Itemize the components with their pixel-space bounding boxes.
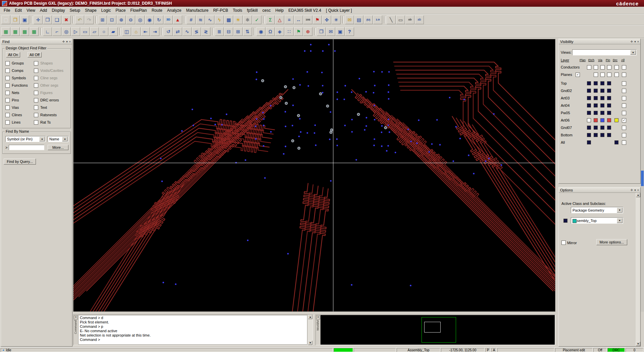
status-flag-icon[interactable]: ⚑ (294, 27, 303, 36)
right-scrollbar-thumb[interactable] (641, 171, 644, 186)
shape-poly-icon[interactable]: ▱ (90, 27, 99, 36)
shape-void-icon[interactable]: ▰ (109, 27, 118, 36)
menu-item[interactable]: fpSkill (245, 7, 260, 13)
text-strike-icon[interactable]: ab (405, 15, 414, 24)
subclass-color-swatch[interactable] (563, 219, 567, 223)
pin-icon[interactable]: ✛ (62, 40, 65, 43)
find-filter-checkbox[interactable] (34, 76, 38, 80)
visibility-column-header[interactable]: Pin (606, 58, 610, 62)
frame-icon[interactable]: ▣ (336, 27, 345, 36)
find-name-input[interactable] (9, 145, 44, 150)
chevron-down-icon[interactable]: ▼ (617, 208, 623, 213)
zoom-world-icon[interactable]: ◎ (136, 15, 145, 24)
world-close-icon[interactable]: x (316, 315, 320, 319)
subclass-dropdown[interactable]: Assembly_Top ▼ (571, 217, 623, 224)
conductors-checkbox[interactable] (614, 65, 619, 70)
scroll-down-icon[interactable]: ▼ (636, 342, 640, 346)
world-view-map[interactable] (320, 315, 555, 345)
undo-icon[interactable]: ↶ (75, 15, 84, 24)
via-icon[interactable]: ◈ (275, 27, 284, 36)
more-button[interactable]: More... (48, 145, 68, 150)
rats-all-icon[interactable]: ∿ (205, 15, 214, 24)
layer-swatch[interactable] (600, 89, 604, 93)
planes-checkbox[interactable] (600, 73, 605, 77)
paste-icon[interactable]: ❑ (52, 15, 61, 24)
open-drawing-icon[interactable]: ❐ (11, 15, 20, 24)
collapse-icon[interactable]: ▾ (634, 188, 636, 192)
delete-icon[interactable]: ✖ (62, 15, 71, 24)
line-tool-icon[interactable]: ╲ (387, 15, 396, 24)
menu-item[interactable]: View (24, 7, 38, 13)
planes-checkbox[interactable] (622, 73, 626, 77)
all-off-button[interactable]: All Off (28, 52, 42, 57)
pin-icon[interactable]: ✛ (631, 188, 633, 192)
layer-bottom-visible-icon[interactable]: ▦ (11, 27, 20, 36)
layer-visibility-checkbox[interactable] (622, 89, 626, 93)
collapse-icon[interactable]: ▾ (634, 40, 636, 43)
close-icon[interactable]: × (637, 188, 639, 192)
layer-swatch[interactable] (600, 118, 604, 122)
menu-item[interactable]: Display (49, 7, 67, 13)
chevron-down-icon[interactable]: ▼ (630, 50, 636, 55)
windows-icon[interactable]: ❐ (317, 27, 326, 36)
chevron-down-icon[interactable]: ▼ (62, 137, 68, 141)
3d-view-icon[interactable]: 3D (164, 15, 173, 24)
add-connect-icon[interactable]: ∟ (43, 27, 52, 36)
probe-icon[interactable]: ◉ (256, 27, 265, 36)
menu-item[interactable]: Route (149, 7, 165, 13)
menu-item[interactable]: cesc (260, 7, 273, 13)
find-filter-checkbox[interactable] (34, 120, 38, 125)
pcb-svg[interactable] (73, 39, 555, 311)
table-icon[interactable]: ⊞ (234, 27, 243, 36)
layer-swatch[interactable] (600, 111, 604, 115)
status-drc-indicator[interactable]: DRC (607, 348, 625, 352)
spin-icon[interactable]: ↺ (164, 27, 173, 36)
conductors-checkbox[interactable] (600, 65, 605, 70)
menu-item[interactable]: Shape (83, 7, 99, 13)
conductors-checkbox[interactable] (594, 65, 598, 70)
mail-icon[interactable]: ✉ (326, 27, 335, 36)
layer-swatch[interactable] (607, 103, 611, 107)
close-icon[interactable]: × (69, 40, 71, 43)
layer-swatch[interactable] (587, 89, 591, 93)
find-filter-checkbox[interactable] (34, 61, 38, 65)
layer-swatch[interactable] (594, 89, 598, 93)
chevron-down-icon[interactable]: ▼ (39, 137, 45, 141)
layer-swatch[interactable] (594, 126, 598, 130)
swap-icon[interactable]: ⇅ (243, 27, 252, 36)
find-filter-checkbox[interactable] (34, 69, 38, 73)
add-circle-icon[interactable]: ◎ (62, 27, 71, 36)
gear-icon[interactable]: ✱ (243, 15, 252, 24)
report-icon[interactable]: ▤ (354, 15, 363, 24)
layer-inner-visible-icon[interactable]: ▦ (20, 27, 29, 36)
route-slide-icon[interactable]: ⌐ (52, 27, 61, 36)
menu-item[interactable]: Tools (231, 7, 245, 13)
layer-swatch[interactable] (607, 118, 611, 122)
layer-swatch[interactable] (587, 81, 591, 85)
layer-swatch[interactable] (600, 126, 604, 130)
menu-item[interactable]: [ Quick Layer ] (324, 7, 354, 13)
visibility-column-header[interactable]: Plan (580, 58, 586, 62)
zoom-previous-icon[interactable]: ◉ (145, 15, 154, 24)
layer-visibility-checkbox[interactable] (622, 96, 626, 100)
find-filter-checkbox[interactable] (34, 83, 38, 88)
layer-visibility-checkbox[interactable] (622, 133, 626, 137)
layer-swatch[interactable] (594, 81, 598, 85)
all-on-button[interactable]: All On (6, 52, 20, 57)
layer-swatch[interactable] (600, 81, 604, 85)
origin-icon[interactable]: ✜ (322, 15, 331, 24)
menu-item[interactable]: Analyze (165, 7, 184, 13)
layer-swatch[interactable] (587, 111, 591, 115)
layer-swatch[interactable] (594, 103, 598, 107)
console-scrollbar[interactable]: ▲ ▼ (308, 315, 313, 345)
layer-swatch[interactable] (587, 140, 591, 144)
find-filter-checkbox[interactable] (34, 113, 38, 117)
find-filter-checkbox[interactable] (34, 98, 38, 102)
layer-visibility-checkbox[interactable] (622, 81, 626, 86)
color-dialog-icon[interactable]: ▩ (224, 15, 233, 24)
new-drawing-icon[interactable]: ▢ (1, 15, 10, 24)
split-plane-icon[interactable]: ◫ (122, 27, 131, 36)
planes-checkbox[interactable] (607, 73, 611, 77)
move-icon[interactable]: ✛ (34, 15, 43, 24)
show-measure-icon[interactable]: ↔ (294, 15, 303, 24)
